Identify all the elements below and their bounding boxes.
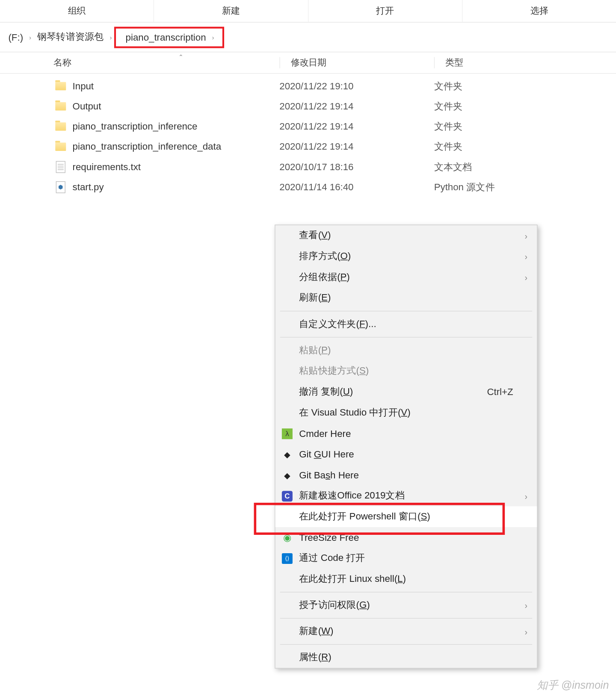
file-type: 文件夹	[434, 141, 463, 153]
folder-icon	[55, 141, 67, 153]
file-type: 文件夹	[434, 100, 463, 112]
menu-visual-studio[interactable]: 在 Visual Studio 中打开(V)	[275, 402, 537, 423]
chevron-right-icon: ›	[524, 231, 527, 240]
chevron-right-icon: ›	[524, 272, 527, 282]
file-type: Python 源文件	[434, 181, 495, 193]
menu-git-bash[interactable]: ◆Git Bash Here	[275, 465, 537, 486]
menu-git-gui[interactable]: ◆Git GUI Here	[275, 444, 537, 465]
menu-separator	[280, 644, 532, 645]
sort-ascending-icon: ⌃	[178, 53, 183, 60]
menu-sort[interactable]: 排序方式(O)›	[275, 246, 537, 267]
menu-new[interactable]: 新建(W)›	[275, 621, 537, 642]
git-icon: ◆	[281, 469, 293, 481]
breadcrumb-current-highlighted: piano_transcription ›	[114, 27, 224, 48]
file-date: 2020/11/22 19:14	[279, 101, 434, 112]
folder-icon	[55, 100, 67, 112]
menu-separator	[280, 618, 532, 619]
menu-customize[interactable]: 自定义文件夹(F)...	[275, 314, 537, 335]
menu-undo[interactable]: 撤消 复制(U)Ctrl+Z	[275, 381, 537, 402]
chevron-right-icon: ›	[524, 491, 527, 501]
file-row[interactable]: ⬢start.py2020/11/14 16:40Python 源文件	[0, 177, 616, 197]
file-date: 2020/11/22 19:10	[279, 81, 434, 91]
chevron-right-icon: ›	[524, 601, 527, 610]
menu-paste: 粘贴(P)	[275, 340, 537, 361]
folder-icon	[55, 121, 67, 133]
menu-refresh[interactable]: 刷新(E)	[275, 288, 537, 309]
menu-shortcut-text: Ctrl+Z	[487, 386, 513, 397]
file-row[interactable]: Input2020/11/22 19:10文件夹	[0, 76, 616, 96]
menu-cmder[interactable]: λCmder Here	[275, 423, 537, 444]
menu-office[interactable]: C新建极速Office 2019文档›	[275, 486, 537, 507]
toolbar-select[interactable]: 选择	[462, 0, 616, 22]
menu-properties[interactable]: 属性(R)	[275, 647, 537, 668]
menu-access[interactable]: 授予访问权限(G)›	[275, 595, 537, 616]
file-row[interactable]: Output2020/11/22 19:14文件夹	[0, 96, 616, 116]
file-name: Input	[73, 81, 280, 91]
breadcrumb-current[interactable]: piano_transcription	[122, 29, 210, 45]
context-menu: 查看(V)› 排序方式(O)› 分组依据(P)› 刷新(E) 自定义文件夹(F)…	[275, 224, 537, 668]
file-type: 文件夹	[434, 80, 463, 92]
watermark: 知乎 @insmoin	[537, 678, 609, 692]
menu-linux-shell[interactable]: 在此处打开 Linux shell(L)	[275, 569, 537, 590]
file-type: 文本文档	[434, 161, 472, 173]
columns-header: 名称 ⌃ 修改日期 类型	[0, 52, 616, 74]
file-row[interactable]: requirements.txt2020/10/17 18:16文本文档	[0, 157, 616, 177]
column-name[interactable]: 名称 ⌃	[0, 57, 279, 68]
toolbar-new[interactable]: 新建	[154, 0, 308, 22]
chevron-right-icon: ›	[524, 252, 527, 261]
file-date: 2020/11/22 19:14	[279, 142, 434, 152]
file-name: piano_transcription_inference_data	[73, 142, 280, 152]
file-row[interactable]: piano_transcription_inference_data2020/1…	[0, 137, 616, 157]
menu-separator	[280, 592, 532, 592]
file-type: 文件夹	[434, 120, 463, 133]
breadcrumb-drive[interactable]: (F:)	[5, 29, 27, 45]
vscode-icon: ⟨⟩	[281, 552, 293, 564]
file-name: start.py	[73, 182, 280, 192]
menu-treesize[interactable]: ◉TreeSize Free	[275, 527, 537, 548]
menu-separator	[280, 337, 532, 337]
treesize-icon: ◉	[281, 531, 293, 543]
toolbar: 组织 新建 打开 选择	[0, 0, 616, 23]
file-date: 2020/10/17 18:16	[279, 162, 434, 172]
text-file-icon	[55, 161, 67, 173]
folder-icon	[55, 80, 67, 92]
file-name: piano_transcription_inference	[73, 121, 280, 132]
chevron-right-icon[interactable]: ›	[210, 34, 216, 41]
breadcrumb-parent[interactable]: 钢琴转谱资源包	[34, 29, 107, 46]
toolbar-open[interactable]: 打开	[308, 0, 462, 22]
menu-view[interactable]: 查看(V)›	[275, 225, 537, 246]
menu-powershell[interactable]: 在此处打开 Powershell 窗口(S)	[275, 506, 537, 527]
file-name: requirements.txt	[73, 162, 280, 172]
office-icon: C	[281, 490, 293, 502]
menu-group[interactable]: 分组依据(P)›	[275, 267, 537, 288]
file-name: Output	[73, 101, 280, 112]
file-date: 2020/11/14 16:40	[279, 182, 434, 192]
chevron-right-icon: ›	[524, 627, 527, 636]
file-row[interactable]: piano_transcription_inference2020/11/22 …	[0, 116, 616, 136]
file-date: 2020/11/22 19:14	[279, 121, 434, 132]
cmder-icon: λ	[281, 428, 293, 439]
column-type[interactable]: 类型	[434, 57, 553, 68]
menu-separator	[280, 311, 532, 311]
menu-vscode[interactable]: ⟨⟩通过 Code 打开	[275, 548, 537, 569]
column-date[interactable]: 修改日期	[279, 57, 434, 68]
chevron-right-icon[interactable]: ›	[107, 34, 114, 41]
git-icon: ◆	[281, 448, 293, 460]
file-list: Input2020/11/22 19:10文件夹Output2020/11/22…	[0, 74, 616, 197]
python-file-icon: ⬢	[55, 181, 67, 193]
breadcrumb: (F:) › 钢琴转谱资源包 › piano_transcription ›	[0, 23, 616, 53]
chevron-right-icon[interactable]: ›	[27, 34, 33, 41]
toolbar-organize[interactable]: 组织	[0, 0, 154, 22]
menu-paste-shortcut: 粘贴快捷方式(S)	[275, 361, 537, 382]
